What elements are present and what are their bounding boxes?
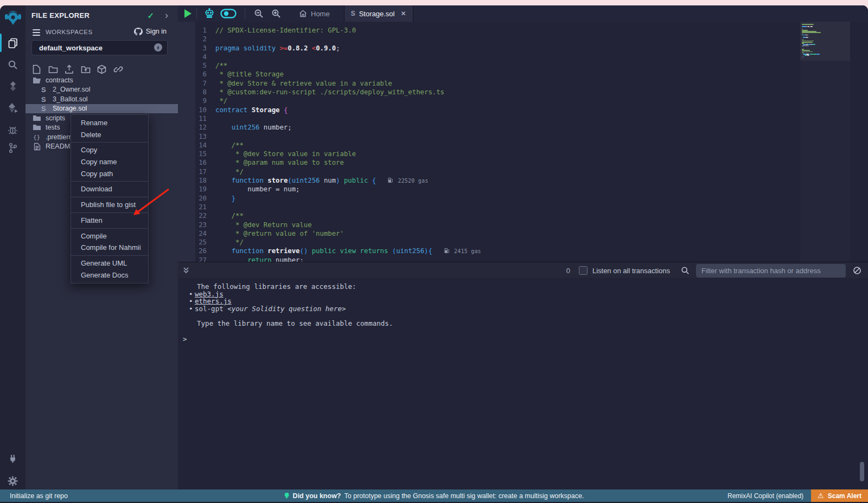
menu-item-generate-uml[interactable]: Generate UML [71, 257, 148, 269]
menu-item-flatten[interactable]: Flatten [71, 215, 148, 227]
menu-item-copy-path[interactable]: Copy path [71, 168, 148, 180]
copilot-status[interactable]: RemixAI Copilot (enabled) [727, 492, 803, 500]
code-line: 8 * @custom:dev-run-script ./scripts/dep… [178, 88, 868, 96]
plugin-manager-icon[interactable] [0, 449, 25, 467]
ai-robot-icon[interactable] [204, 8, 215, 19]
code-line: 15 * @dev Store value in variable [178, 150, 868, 158]
warning-icon: ⚠ [818, 492, 824, 500]
scam-alert-button[interactable]: ⚠ Scam Alert [811, 489, 868, 502]
listen-checkbox[interactable] [579, 266, 588, 275]
code-line: 2 [178, 35, 868, 43]
menu-item-delete[interactable]: Delete [71, 129, 148, 141]
tab-storage-sol[interactable]: S Storage.sol ✕ [344, 5, 413, 22]
menu-item-download[interactable]: Download [71, 183, 148, 195]
line-number: 19 [178, 185, 207, 194]
svg-text:{}: {} [33, 134, 40, 141]
git-init-button[interactable]: Initialize as git repo [10, 492, 68, 500]
terminal-text: sol-gpt [195, 305, 227, 313]
menu-item-compile[interactable]: Compile [71, 230, 148, 242]
code-line: 18 function store(uint256 num) public { … [178, 176, 868, 185]
menu-item-generate-docs[interactable]: Generate Docs [71, 269, 148, 281]
code-line: 9 */ [178, 96, 868, 105]
line-number: 3 [178, 44, 207, 53]
zoom-out-icon[interactable] [254, 9, 264, 18]
git-icon[interactable] [0, 139, 25, 157]
svg-text:S: S [41, 105, 46, 112]
terminal-output[interactable]: The following libraries are accessible:•… [178, 278, 868, 489]
tab-close-icon[interactable]: ✕ [400, 10, 406, 17]
line-number: 25 [178, 238, 207, 247]
menu-item-publish-file-to-gist[interactable]: Publish file to gist [71, 199, 148, 211]
github-signin-button[interactable]: Sign in [134, 28, 167, 35]
line-number: 20 [178, 194, 207, 203]
lightbulb-icon [284, 492, 290, 500]
tree-item-label: contracts [46, 76, 73, 84]
line-number: 22 [178, 211, 207, 220]
left-icon-bar [0, 5, 26, 489]
menu-item-rename[interactable]: Rename [71, 117, 148, 129]
menu-item-copy-name[interactable]: Copy name [71, 156, 148, 168]
signin-label: Sign in [146, 28, 167, 35]
run-script-button[interactable] [184, 9, 192, 18]
new-folder-icon[interactable] [48, 64, 58, 74]
tree-item-3-ballot-sol[interactable]: S3_Ballot.sol [25, 94, 178, 104]
status-bar: Initialize as git repo Did you know? To … [0, 489, 868, 502]
debugger-icon[interactable] [0, 120, 25, 139]
tree-item-label: tests [46, 124, 60, 131]
terminal-toolbar: 0 Listen on all transactions [178, 262, 868, 279]
file-explorer-icon[interactable] [0, 34, 25, 52]
terminal-prompt[interactable]: > [178, 335, 868, 343]
upload-folder-icon[interactable] [80, 64, 91, 74]
copilot-toggle[interactable] [220, 9, 237, 18]
tab-home[interactable]: Home [292, 5, 336, 22]
tree-item-label: scripts [46, 114, 65, 122]
remix-logo-icon[interactable] [0, 8, 25, 28]
workspace-select[interactable]: default_workspace ▲▼ [31, 40, 168, 55]
folder-icon [33, 114, 41, 122]
tree-item-contracts[interactable]: contracts [25, 75, 178, 85]
line-number: 14 [178, 141, 207, 150]
new-file-icon[interactable] [31, 64, 42, 74]
zoom-in-icon[interactable] [271, 9, 281, 18]
menu-item-copy[interactable]: Copy [71, 144, 148, 156]
tree-item-storage-sol[interactable]: SStorage.sol [25, 104, 178, 114]
chevron-right-icon[interactable]: › [165, 10, 168, 21]
minimap-line [814, 54, 816, 55]
minimap-line [812, 54, 813, 55]
did-you-know-hint: Did you know? To prototype using the Gno… [284, 492, 584, 500]
line-number: 1 [178, 26, 207, 35]
search-icon[interactable] [0, 55, 25, 74]
terminal-expand-icon[interactable] [182, 266, 190, 275]
menu-item-compile-for-nahmii[interactable]: Compile for Nahmii [71, 242, 148, 254]
sol-icon: S [40, 104, 48, 113]
terminal-line [178, 312, 868, 320]
minimap-line [802, 32, 821, 33]
tree-item-label: 2_Owner.sol [53, 86, 90, 93]
gas-estimate: 22520 gas [388, 178, 428, 184]
minimap-line [802, 50, 810, 51]
code-line: 22 /** [178, 211, 868, 220]
transaction-filter-input[interactable] [696, 264, 846, 278]
code-line: 11 [178, 114, 868, 123]
listen-label: Listen on all transactions [592, 267, 670, 275]
tree-item-2-owner-sol[interactable]: S2_Owner.sol [25, 85, 178, 95]
line-number: 13 [178, 132, 207, 141]
minimap-line [813, 44, 815, 45]
tree-item-label: .prettierrc [46, 133, 74, 141]
select-caret-icon: ▲▼ [154, 43, 162, 51]
line-number: 10 [178, 106, 207, 114]
clear-console-icon[interactable] [853, 266, 861, 275]
workspace-selected-value: default_workspace [39, 44, 103, 52]
editor-toolbar: Home S Storage.sol ✕ [178, 5, 868, 22]
solidity-compiler-icon[interactable] [0, 77, 25, 95]
terminal-line: The following libraries are accessible: [178, 283, 868, 291]
load-box-icon[interactable] [97, 64, 107, 74]
workspaces-menu-icon[interactable] [33, 29, 40, 37]
import-link-icon[interactable] [113, 64, 123, 74]
terminal-scrollbar[interactable] [860, 462, 864, 481]
settings-gear-icon[interactable] [0, 472, 25, 490]
minimap-line [802, 40, 804, 41]
deploy-run-icon[interactable] [0, 99, 25, 117]
upload-file-icon[interactable] [64, 64, 74, 74]
terminal-search-icon[interactable] [681, 266, 690, 275]
